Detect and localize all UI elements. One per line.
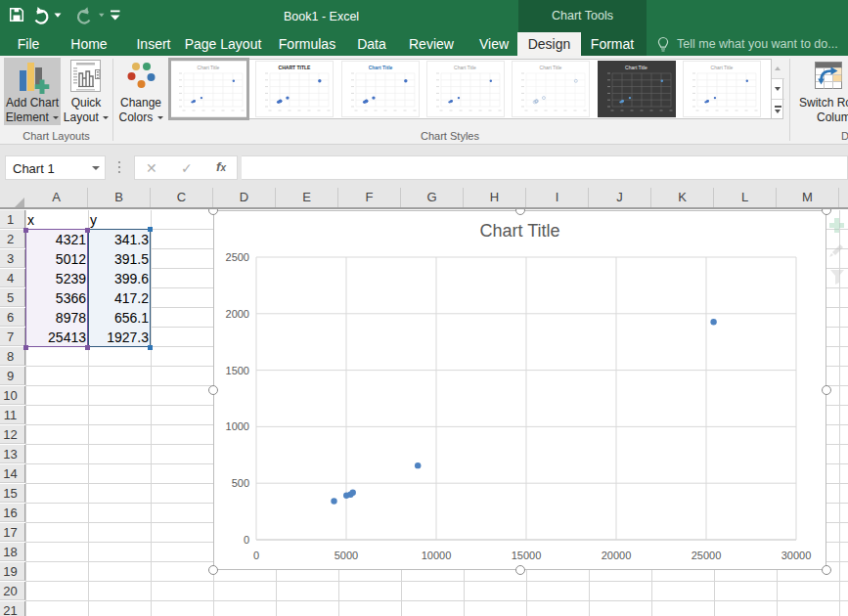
svg-text:30000: 30000 (781, 550, 812, 561)
svg-text:1000: 1000 (226, 420, 249, 432)
svg-text:20000: 20000 (602, 550, 632, 561)
svg-text:15000: 15000 (512, 550, 542, 561)
svg-text:5000: 5000 (335, 550, 358, 561)
svg-text:0: 0 (244, 534, 249, 546)
svg-text:2000: 2000 (226, 308, 249, 320)
svg-text:0: 0 (253, 550, 259, 561)
svg-text:2500: 2500 (226, 251, 249, 263)
svg-text:500: 500 (232, 477, 249, 489)
svg-text:25000: 25000 (692, 550, 722, 561)
svg-text:10000: 10000 (422, 550, 452, 561)
svg-text:1500: 1500 (226, 365, 249, 376)
